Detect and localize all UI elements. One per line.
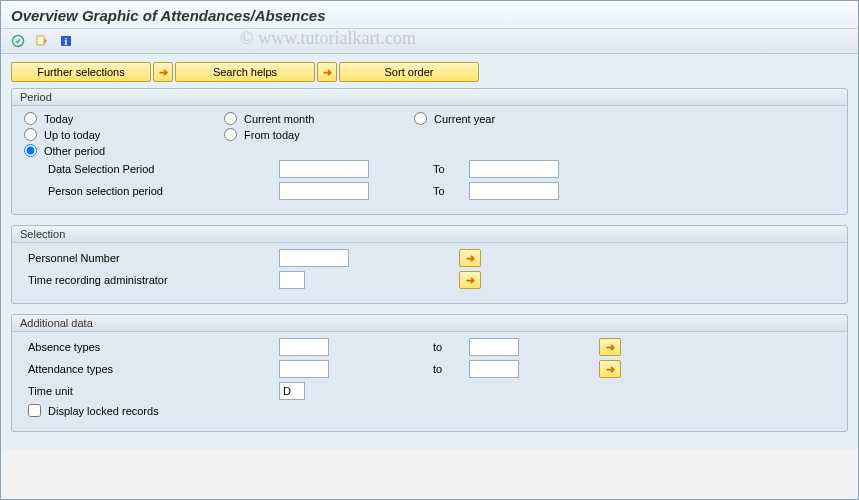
personnel-number-label: Personnel Number bbox=[24, 252, 279, 264]
selection-title: Selection bbox=[12, 226, 847, 243]
absence-types-label: Absence types bbox=[24, 341, 279, 353]
time-unit-input[interactable] bbox=[279, 382, 305, 400]
search-helps-button[interactable]: Search helps bbox=[175, 62, 315, 82]
person-selection-from[interactable] bbox=[279, 182, 369, 200]
sort-order-button[interactable]: Sort order bbox=[339, 62, 479, 82]
data-selection-label: Data Selection Period bbox=[24, 163, 279, 175]
selection-buttons: Further selections ➜ Search helps ➜ Sort… bbox=[11, 62, 848, 82]
time-unit-label: Time unit bbox=[24, 385, 279, 397]
period-group: Period Today Current month Current year … bbox=[11, 88, 848, 215]
radio-today[interactable]: Today bbox=[24, 112, 224, 125]
multiple-selection-button[interactable]: ➜ bbox=[599, 360, 621, 378]
arrow-icon: ➜ bbox=[153, 62, 173, 82]
additional-group: Additional data Absence types to ➜ Atten… bbox=[11, 314, 848, 432]
time-admin-input[interactable] bbox=[279, 271, 305, 289]
title-bar: Overview Graphic of Attendances/Absences bbox=[1, 1, 858, 29]
radio-up-to-today[interactable]: Up to today bbox=[24, 128, 224, 141]
time-admin-label: Time recording administrator bbox=[24, 274, 279, 286]
attendance-types-label: Attendance types bbox=[24, 363, 279, 375]
selection-group: Selection Personnel Number ➜ Time record… bbox=[11, 225, 848, 304]
person-selection-to[interactable] bbox=[469, 182, 559, 200]
period-title: Period bbox=[12, 89, 847, 106]
person-selection-label: Person selection period bbox=[24, 185, 279, 197]
app-toolbar: i bbox=[1, 29, 858, 54]
further-selections-button[interactable]: Further selections bbox=[11, 62, 151, 82]
to-label: To bbox=[429, 185, 469, 197]
content-area: Further selections ➜ Search helps ➜ Sort… bbox=[1, 54, 858, 450]
to-label: to bbox=[429, 341, 469, 353]
multiple-selection-button[interactable]: ➜ bbox=[599, 338, 621, 356]
data-selection-to[interactable] bbox=[469, 160, 559, 178]
additional-title: Additional data bbox=[12, 315, 847, 332]
absence-types-from[interactable] bbox=[279, 338, 329, 356]
display-locked-checkbox[interactable]: Display locked records bbox=[24, 404, 159, 417]
variant-icon[interactable] bbox=[33, 32, 51, 50]
svg-rect-1 bbox=[37, 36, 44, 45]
multiple-selection-button[interactable]: ➜ bbox=[459, 249, 481, 267]
to-label: To bbox=[429, 163, 469, 175]
info-icon[interactable]: i bbox=[57, 32, 75, 50]
to-label: to bbox=[429, 363, 469, 375]
radio-current-month[interactable]: Current month bbox=[224, 112, 414, 125]
absence-types-to[interactable] bbox=[469, 338, 519, 356]
multiple-selection-button[interactable]: ➜ bbox=[459, 271, 481, 289]
attendance-types-from[interactable] bbox=[279, 360, 329, 378]
radio-from-today[interactable]: From today bbox=[224, 128, 414, 141]
personnel-number-input[interactable] bbox=[279, 249, 349, 267]
data-selection-from[interactable] bbox=[279, 160, 369, 178]
attendance-types-to[interactable] bbox=[469, 360, 519, 378]
radio-current-year[interactable]: Current year bbox=[414, 112, 614, 125]
execute-icon[interactable] bbox=[9, 32, 27, 50]
radio-other-period[interactable]: Other period bbox=[24, 144, 224, 157]
arrow-icon: ➜ bbox=[317, 62, 337, 82]
svg-text:i: i bbox=[65, 36, 68, 47]
page-title: Overview Graphic of Attendances/Absences bbox=[11, 7, 848, 24]
